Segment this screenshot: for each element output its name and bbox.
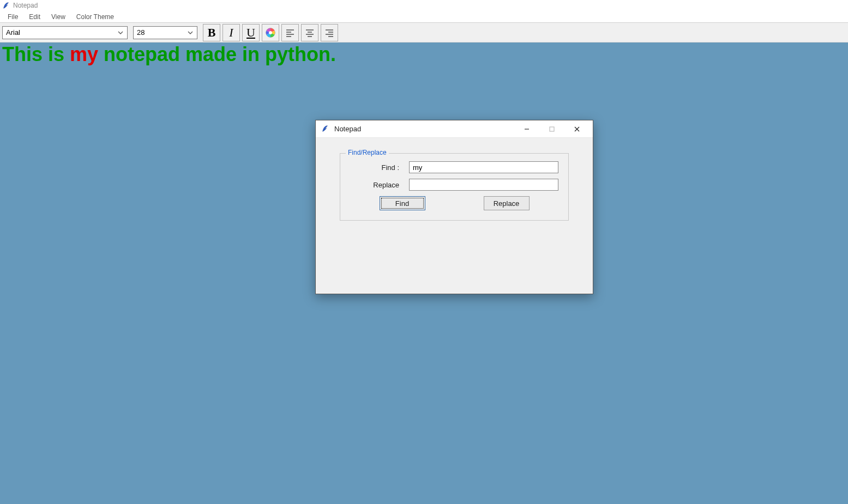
align-right-icon [324,27,335,38]
align-center-button[interactable] [301,24,318,41]
dialog-minimize-button[interactable] [514,121,539,137]
find-input[interactable] [409,161,558,173]
dialog-body: Find/Replace Find : Replace Find Replace [316,138,593,294]
replace-row: Replace [350,179,558,191]
replace-input[interactable] [409,179,558,191]
dialog-maximize-button[interactable] [539,121,564,137]
find-replace-dialog: Notepad Find/Replace Find : Replace Find… [315,120,593,294]
find-row: Find : [350,161,558,173]
menu-edit[interactable]: Edit [23,12,46,22]
font-size-combobox[interactable]: 28 [133,26,197,39]
replace-label: Replace [350,181,399,189]
dialog-titlebar[interactable]: Notepad [316,120,593,138]
find-replace-group-label: Find/Replace [346,149,389,156]
dialog-button-row: Find Replace [350,196,558,210]
menu-bar: File Edit View Color Theme [0,11,848,23]
find-replace-group: Find/Replace Find : Replace Find Replace [340,153,569,221]
svg-point-1 [269,31,272,34]
align-left-button[interactable] [281,24,299,41]
bold-button[interactable]: B [203,24,220,41]
editor-text-before: This is [2,43,70,65]
main-window-titlebar: Notepad [0,0,848,11]
chevron-down-icon [186,30,195,35]
dialog-close-button[interactable] [564,121,590,137]
tkinter-feather-icon [2,2,10,9]
dialog-title: Notepad [334,125,514,133]
bold-icon: B [208,26,216,40]
italic-button[interactable]: I [222,24,240,41]
maximize-icon [549,126,555,132]
minimize-icon [524,126,530,132]
toolbar-style-group: B I U [203,24,338,41]
menu-view[interactable]: View [46,12,71,22]
italic-icon: I [229,26,233,40]
align-left-icon [285,27,296,38]
underline-button[interactable]: U [242,24,260,41]
close-icon [574,126,580,132]
find-button[interactable]: Find [380,196,425,210]
chevron-down-icon [116,30,125,35]
replace-button[interactable]: Replace [484,196,530,210]
find-label: Find : [350,163,399,172]
menu-file[interactable]: File [2,12,23,22]
font-size-value: 28 [137,28,145,37]
main-window-title: Notepad [13,2,38,9]
align-center-icon [304,27,315,38]
editor-text-after: notepad made in python. [98,43,336,65]
menu-color-theme[interactable]: Color Theme [71,12,119,22]
underline-icon: U [246,26,255,40]
svg-rect-15 [550,127,554,131]
font-family-combobox[interactable]: Arial [2,26,128,39]
tkinter-feather-icon [321,125,330,133]
format-toolbar: Arial 28 B I U [0,23,848,42]
font-color-button[interactable] [262,24,279,41]
font-family-value: Arial [6,28,20,37]
editor-text-found-match: my [70,43,98,65]
color-wheel-icon [264,27,276,39]
align-right-button[interactable] [321,24,338,41]
